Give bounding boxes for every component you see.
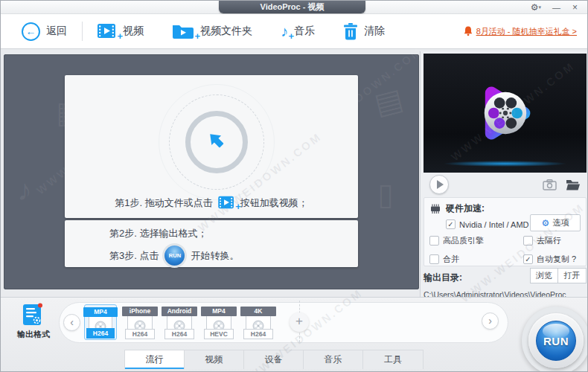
tab-device[interactable]: 设备 [244, 350, 304, 369]
hw-options-button[interactable]: ⚙ 选项 [530, 214, 581, 231]
add-music-button[interactable]: ♪ + 音乐 [281, 23, 315, 39]
add-video-button[interactable]: + 视频 [98, 23, 144, 39]
video-add-inline-icon: + [218, 196, 235, 210]
video-folder-add-icon: + [172, 23, 194, 39]
card-codec-name: H264 [86, 328, 115, 339]
minimize-button[interactable]: — [552, 1, 560, 13]
checkbox-merge[interactable]: 合并 [429, 254, 459, 265]
player-ghost-icon: ▯ [377, 177, 394, 211]
hardware-chip-icon [429, 204, 441, 214]
add-video-folder-button[interactable]: + 视频文件夹 [172, 23, 252, 39]
settings-gear-icon[interactable]: ⚙▾ [531, 1, 541, 13]
music-ghost-icon: ♪ [17, 173, 32, 207]
card-format-name: MP4 [83, 307, 118, 317]
step3-instruction: 第3步. 点击 RUN 开始转换。 [109, 246, 358, 266]
toolbar-divider [82, 22, 83, 41]
hw-options-label: 选项 [552, 217, 569, 228]
high-quality-checkbox[interactable] [429, 236, 439, 246]
options-panel: 硬件加速: ✓ Nvidia / Intel / AMD ⚙ 选项 高品质引擎 … [424, 197, 587, 266]
clear-button[interactable]: 清除 [343, 23, 385, 40]
output-format-icon [22, 303, 45, 327]
hw-accel-value: Nvidia / Intel / AMD [459, 220, 529, 229]
card-format-name: iPhone [122, 307, 158, 316]
step1-instruction: 第1步. 拖动文件或点击 + 按钮加载视频； [65, 196, 358, 210]
back-label: 返回 [46, 25, 67, 38]
gear-icon: ⚙ [542, 218, 550, 228]
add-video-label: 视频 [123, 25, 144, 38]
step3-text-before: 第3步. 点击 [109, 249, 159, 263]
video-add-icon: + [98, 23, 117, 39]
toolbar: ← 返回 + 视频 + 视频文件夹 ♪ + 音乐 [1, 14, 587, 49]
browse-button[interactable]: 浏览 [530, 268, 558, 283]
steps-panel: 第2步. 选择输出格式； 第3步. 点击 RUN 开始转换。 [65, 220, 358, 267]
category-tabs: 流行 视频 设备 音乐 工具 [124, 350, 424, 369]
card-codec-name: H264 [243, 329, 273, 339]
step2-instruction: 第2步. 选择输出格式； [109, 227, 358, 240]
videoproc-window: VideoProc - 视频 ⚙▾ — × ← 返回 + 视频 + 视频文件夹 [0, 0, 588, 372]
auto-copy-label: 自动复制 ? [537, 254, 576, 265]
tab-music[interactable]: 音乐 [304, 350, 363, 369]
back-button[interactable]: ← 返回 [22, 22, 67, 41]
format-card-iphone-h264[interactable]: iPhone H264 [124, 304, 156, 340]
drop-zone[interactable]: 第1步. 拖动文件或点击 + 按钮加载视频； [65, 75, 358, 218]
bell-icon [464, 26, 473, 36]
caret-down-icon: ▾ [538, 4, 541, 10]
checkbox-deinterlace[interactable]: 去隔行 [523, 235, 561, 246]
output-format-button[interactable]: 输出格式 [10, 303, 57, 340]
tab-popular[interactable]: 流行 [125, 350, 185, 369]
right-panel: 硬件加速: ✓ Nvidia / Intel / AMD ⚙ 选项 高品质引擎 … [420, 51, 588, 297]
hw-accel-checkbox[interactable]: ✓ [446, 219, 456, 229]
step3-text-after: 开始转换。 [191, 249, 239, 263]
merge-label: 合并 [443, 254, 459, 265]
open-button[interactable]: 打开 [558, 268, 587, 283]
deinterlace-label: 去隔行 [537, 235, 561, 246]
main-stage: ▦ ♪ ▤ ▯ 第1步. 拖动文件或点击 + 按钮加载视频； 第2步. 选择输出… [4, 54, 419, 289]
merge-checkbox[interactable] [429, 254, 439, 264]
preview-controls [424, 174, 587, 195]
trash-icon [343, 23, 358, 40]
music-add-icon: ♪ + [281, 23, 288, 39]
output-dir-label: 输出目录: [424, 272, 462, 283]
clear-label: 清除 [364, 25, 385, 38]
card-format-name: MP4 [201, 307, 237, 316]
promo-link[interactable]: 8月活动 - 随机抽幸运礼盒 > [476, 26, 577, 37]
output-format-label: 输出格式 [10, 329, 57, 340]
high-quality-label: 高品质引擎 [443, 235, 484, 246]
scroll-left-button[interactable]: ‹ [63, 314, 80, 331]
title-bar: VideoProc - 视频 ⚙▾ — × [1, 1, 587, 14]
open-folder-icon[interactable] [566, 179, 581, 190]
output-directory-section: 输出目录: 浏览 打开 C:\Users\Administrator\Video… [424, 270, 587, 299]
preview-glow [443, 161, 566, 167]
scroll-right-button[interactable]: › [482, 312, 499, 330]
snapshot-camera-icon[interactable] [543, 179, 557, 190]
tab-tools[interactable]: 工具 [363, 350, 423, 369]
tab-video[interactable]: 视频 [185, 350, 244, 369]
add-video-folder-label: 视频文件夹 [200, 25, 252, 38]
format-card-4k-h264[interactable]: 4K H264 [242, 304, 275, 340]
promo-banner[interactable]: 8月活动 - 随机抽幸运礼盒 > [464, 26, 587, 37]
card-codec-name: HEVC [204, 329, 234, 339]
run-mini-icon: RUN [164, 246, 185, 266]
close-button[interactable]: × [572, 1, 578, 13]
card-format-name: Android [162, 307, 197, 316]
run-button[interactable]: RUN [536, 321, 576, 361]
format-card-mp4-hevc[interactable]: MP4 HEVC [202, 304, 235, 340]
card-codec-name: H264 [164, 329, 194, 339]
deinterlace-checkbox[interactable] [523, 236, 533, 246]
auto-copy-checkbox[interactable]: ✓ [523, 254, 533, 264]
checkbox-auto-copy[interactable]: ✓ 自动复制 ? [523, 254, 576, 265]
format-card-android-h264[interactable]: Android H264 [163, 304, 196, 340]
file-ghost-icon: ▤ [371, 81, 406, 121]
step1-text-before: 第1步. 拖动文件或点击 [115, 196, 212, 210]
add-music-label: 音乐 [294, 25, 315, 38]
video-preview [424, 54, 587, 173]
add-format-button[interactable]: + [290, 312, 309, 332]
card-format-name: 4K [240, 307, 276, 316]
hardware-accel-label: 硬件加速: [446, 202, 485, 215]
format-cards: MP4 H264 iPhone H264 Android H264 MP4 HE… [84, 304, 275, 340]
play-icon [437, 180, 444, 189]
checkbox-high-quality[interactable]: 高品质引擎 [429, 235, 484, 246]
format-card-mp4-h264[interactable]: MP4 H264 [84, 304, 117, 340]
play-button[interactable] [429, 175, 449, 194]
card-codec-name: H264 [125, 329, 155, 339]
